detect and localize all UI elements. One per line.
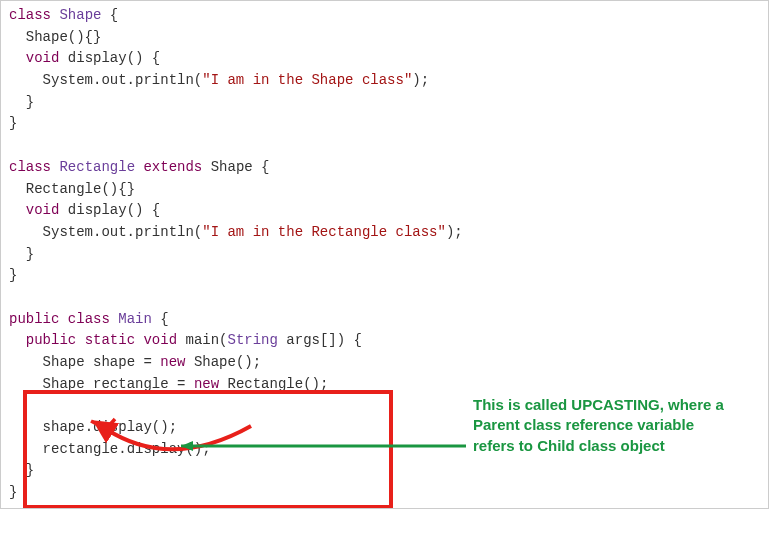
var-rectangle: rectangle [93,376,169,392]
keyword-public: public [26,332,76,348]
string-literal: "I am in the Shape class" [202,72,412,88]
type-shape: Shape [43,376,85,392]
keyword-new: new [194,376,219,392]
ctor: Rectangle(){} [26,181,135,197]
keyword-class: class [9,159,51,175]
method-call: display [127,441,186,457]
class-name: Shape [59,7,101,23]
param-args: args [286,332,320,348]
var-ref: rectangle [43,441,119,457]
keyword-void: void [26,50,60,66]
keyword-class: class [9,7,51,23]
keyword-static: static [85,332,135,348]
keyword-public: public [9,311,59,327]
annotation-text: This is called UPCASTING, where a Parent… [473,395,733,456]
sysout: System.out.println [43,224,194,240]
string-literal: "I am in the Rectangle class" [202,224,446,240]
method-call: display [93,419,152,435]
keyword-void: void [143,332,177,348]
type-string: String [228,332,278,348]
type-shape: Shape [43,354,85,370]
ctor-call: Shape [194,354,236,370]
method-name: main [185,332,219,348]
var-ref: shape [43,419,85,435]
ctor-call: Rectangle [228,376,304,392]
method-name: display [68,50,127,66]
sysout: System.out.println [43,72,194,88]
superclass: Shape [211,159,253,175]
ctor: Shape(){} [26,29,102,45]
class-name: Rectangle [59,159,135,175]
class-name: Main [118,311,152,327]
var-shape: shape [93,354,135,370]
keyword-extends: extends [143,159,202,175]
method-name: display [68,202,127,218]
keyword-class: class [68,311,110,327]
keyword-new: new [160,354,185,370]
keyword-void: void [26,202,60,218]
